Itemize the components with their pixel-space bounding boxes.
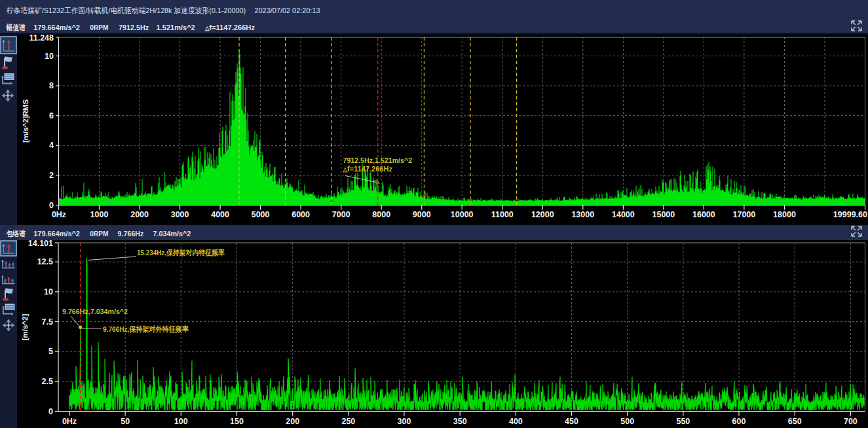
svg-text:350: 350 [453, 417, 467, 426]
svg-text:7912.5Hz: 7912.5Hz [119, 24, 149, 31]
svg-text:8: 8 [49, 81, 54, 90]
svg-text:9.766Hz,7.034m/s^2: 9.766Hz,7.034m/s^2 [62, 308, 128, 315]
svg-text:179.664m/s^2: 179.664m/s^2 [33, 24, 80, 31]
svg-text:10: 10 [44, 287, 53, 296]
svg-text:18000: 18000 [773, 210, 796, 219]
svg-text:15.234Hz,保持架对内特征频率: 15.234Hz,保持架对内特征频率 [137, 248, 225, 257]
svg-text:[m/s^2]RMS: [m/s^2]RMS [22, 99, 29, 143]
svg-text:50: 50 [121, 417, 130, 426]
svg-text:11000: 11000 [491, 210, 514, 219]
svg-text:650: 650 [788, 417, 802, 426]
svg-text:△f=1147.266Hz: △f=1147.266Hz [204, 24, 255, 31]
svg-text:2000: 2000 [130, 210, 149, 219]
svg-text:2.5: 2.5 [42, 377, 53, 386]
svg-text:9.766Hz,保持架对外特征频率: 9.766Hz,保持架对外特征频率 [103, 325, 189, 334]
svg-text:14000: 14000 [612, 210, 635, 219]
svg-text:550: 550 [676, 417, 690, 426]
svg-text:4000: 4000 [211, 210, 229, 219]
svg-text:0RPM: 0RPM [90, 230, 108, 238]
svg-text:19999.60: 19999.60 [833, 210, 867, 219]
svg-text:柠条塔煤矿/S1232工作面/转载机/电机驱动端2H/128: 柠条塔煤矿/S1232工作面/转载机/电机驱动端2H/128k 加速度波形(0.… [6, 7, 246, 14]
svg-text:15000: 15000 [652, 210, 675, 219]
svg-text:17000: 17000 [733, 210, 756, 219]
svg-text:12000: 12000 [531, 210, 554, 219]
svg-text:13000: 13000 [571, 210, 594, 219]
svg-text:3000: 3000 [171, 210, 189, 219]
svg-text:0RPM: 0RPM [90, 24, 108, 31]
svg-text:0Hz: 0Hz [62, 417, 77, 426]
svg-text:500: 500 [620, 417, 634, 426]
svg-text:5: 5 [48, 347, 53, 356]
svg-text:0Hz: 0Hz [52, 210, 66, 219]
svg-text:200: 200 [286, 417, 299, 426]
svg-text:0: 0 [49, 201, 54, 210]
svg-text:4: 4 [49, 141, 54, 150]
svg-text:179.664m/s^2: 179.664m/s^2 [33, 230, 80, 238]
svg-text:250: 250 [341, 417, 355, 426]
svg-text:400: 400 [509, 417, 523, 426]
svg-text:2023/07/02 02:20:13: 2023/07/02 02:20:13 [255, 7, 320, 14]
svg-text:[m/s^2]: [m/s^2] [21, 314, 29, 341]
svg-text:6: 6 [49, 111, 54, 120]
svg-text:700: 700 [844, 417, 858, 426]
svg-text:7912.5Hz,1.521m/s^2: 7912.5Hz,1.521m/s^2 [343, 156, 413, 164]
svg-text:10000: 10000 [451, 210, 474, 219]
svg-text:150: 150 [230, 417, 244, 426]
svg-text:7.034m/s^2: 7.034m/s^2 [153, 230, 191, 238]
svg-text:16000: 16000 [692, 210, 715, 219]
svg-text:11.248: 11.248 [29, 33, 54, 43]
svg-text:8000: 8000 [372, 210, 390, 219]
svg-text:600: 600 [732, 417, 746, 426]
svg-text:1000: 1000 [90, 210, 109, 219]
svg-text:幅值谱: 幅值谱 [6, 23, 26, 31]
svg-text:包络谱: 包络谱 [6, 229, 26, 238]
svg-text:9.766Hz: 9.766Hz [118, 230, 144, 238]
svg-text:14.101: 14.101 [28, 239, 53, 248]
svg-text:5000: 5000 [252, 210, 270, 219]
svg-text:12.5: 12.5 [37, 257, 53, 266]
svg-text:0: 0 [48, 407, 53, 416]
svg-text:△f=1147.266Hz: △f=1147.266Hz [343, 165, 393, 173]
svg-text:1.521m/s^2: 1.521m/s^2 [157, 24, 195, 31]
svg-text:300: 300 [398, 417, 411, 426]
svg-text:6000: 6000 [292, 210, 310, 219]
svg-text:100: 100 [174, 417, 188, 426]
svg-text:9000: 9000 [413, 210, 431, 219]
svg-text:7.5: 7.5 [42, 317, 53, 327]
svg-text:450: 450 [565, 417, 578, 426]
svg-text:10: 10 [45, 52, 54, 61]
svg-text:7000: 7000 [332, 210, 350, 219]
svg-text:2: 2 [49, 171, 54, 180]
